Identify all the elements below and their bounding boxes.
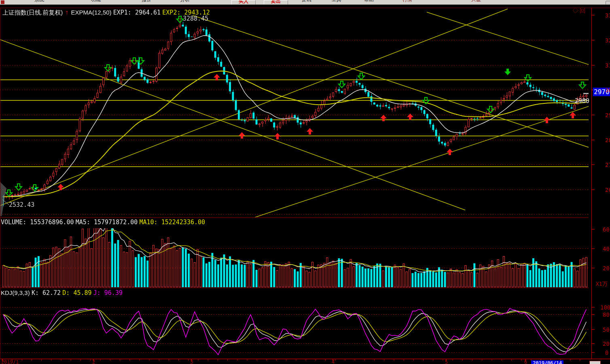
volume-axis-label: 60 bbox=[603, 226, 610, 233]
kdj-k-value: K: 62.72 bbox=[32, 289, 61, 297]
pane-corner-icons: ◇回 bbox=[572, 7, 587, 15]
x-axis-label: 4 bbox=[332, 359, 335, 364]
y-axis-label: 3000 bbox=[605, 87, 610, 93]
kdj-axis-label: 50 bbox=[603, 326, 610, 333]
kdj-j-value: J: 96.39 bbox=[93, 289, 123, 297]
volume-header: VOLUME: 155376896.00 MA5: 157971872.00 M… bbox=[1, 219, 205, 226]
x-axis-label: 3 bbox=[190, 359, 193, 364]
volume-axis-label: 20 bbox=[603, 265, 610, 271]
menu-quick-button[interactable]: 卖出 bbox=[264, 0, 288, 5]
menu-item[interactable]: 系统 bbox=[34, 0, 44, 4]
maximize-icon[interactable]: 回 bbox=[580, 7, 587, 14]
cursor-date-badge: 2019/06/14 bbox=[531, 360, 563, 364]
exp1-value: EXP1: 2964.61 bbox=[113, 9, 161, 16]
menu-item[interactable]: 工具 bbox=[332, 0, 341, 4]
kdj-axis-label: 100 bbox=[600, 304, 610, 311]
symbol-title: 上证指数(日线.前复权) bbox=[2, 9, 63, 16]
kdj-header: KDJ(9,3,3) K: 62.72 D: 45.89 J: 96.39 bbox=[1, 289, 123, 297]
menu-item[interactable]: 行情 bbox=[402, 0, 412, 4]
app-window: 系统功能报价分析资讯工具帮助行情大盘 买入卖出 上证指数(日线.前复权) ↑ E… bbox=[0, 0, 610, 364]
chart-header: 上证指数(日线.前复权) ↑ EXPMA(12,50) EXP1: 2964.6… bbox=[2, 9, 210, 17]
volume-value: VOLUME: 155376896.00 bbox=[1, 219, 74, 226]
kdj-name[interactable]: KDJ(9,3,3) bbox=[1, 289, 30, 296]
volume-axis-label: 40 bbox=[603, 246, 610, 252]
period-button[interactable] bbox=[589, 361, 601, 364]
volume-ma5-value: MA5: 157971872.00 bbox=[76, 219, 138, 226]
menu-item[interactable]: 分析 bbox=[180, 0, 190, 4]
y-axis-label: 2700 bbox=[605, 162, 610, 168]
menu-quick-button[interactable]: 买入 bbox=[231, 0, 256, 5]
trendline-price-label: 2980 bbox=[575, 97, 589, 105]
trough-price-label: 2532.43 bbox=[9, 201, 34, 208]
kdj-d-value: D: 45.89 bbox=[62, 289, 91, 297]
diamond-icon[interactable]: ◇ bbox=[572, 7, 580, 14]
kdj-axis-label: 80 bbox=[603, 311, 610, 318]
peak-price-label: 3288.45 bbox=[183, 15, 208, 22]
kdj-axis-label: 0 bbox=[605, 349, 608, 356]
volume-unit-label: X1万 bbox=[596, 280, 608, 288]
app-logo-icon bbox=[1, 0, 4, 4]
y-axis-label: 2900 bbox=[605, 112, 610, 118]
menu-bar: 系统功能报价分析资讯工具帮助行情大盘 买入卖出 bbox=[0, 0, 610, 5]
volume-ma10-value: MA10: 152242336.00 bbox=[140, 219, 205, 226]
menu-item[interactable]: 报价 bbox=[142, 0, 151, 4]
scroll-up-button[interactable] bbox=[606, 1, 610, 5]
menu-item[interactable]: 大盘 bbox=[471, 0, 481, 4]
x-axis-label: 6 bbox=[524, 359, 527, 364]
menu-item[interactable]: 资讯 bbox=[301, 0, 311, 4]
y-axis-label: 2800 bbox=[605, 137, 610, 143]
menu-item[interactable]: 功能 bbox=[91, 0, 101, 4]
menu-item[interactable]: 帮助 bbox=[364, 0, 374, 4]
up-arrow-icon: ↑ bbox=[64, 9, 69, 16]
chart-canvas[interactable] bbox=[0, 0, 610, 364]
kdj-axis-label: 20 bbox=[603, 341, 610, 347]
y-axis-label: 3100 bbox=[605, 62, 610, 69]
y-axis-label: 2600 bbox=[605, 187, 610, 193]
x-axis-label: 2019/1 bbox=[1, 359, 19, 364]
indicator-label[interactable]: EXPMA(12,50) bbox=[71, 9, 112, 16]
y-axis-label: 3200 bbox=[605, 37, 610, 44]
x-axis-label: 2 bbox=[92, 359, 95, 364]
x-axis-label: 5 bbox=[445, 359, 448, 364]
y-axis-label: 3300 bbox=[605, 12, 610, 19]
